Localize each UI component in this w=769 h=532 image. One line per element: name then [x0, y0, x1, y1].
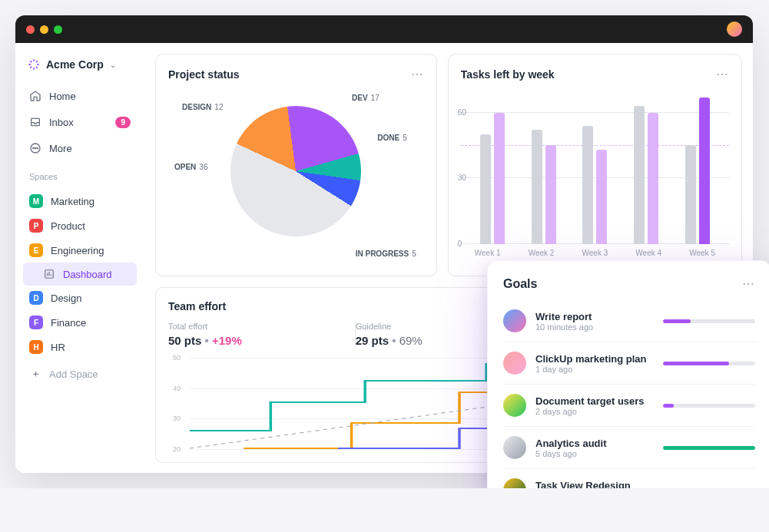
add-space-label: Add Space — [49, 368, 98, 380]
plus-icon: ＋ — [29, 368, 41, 380]
bar — [545, 145, 556, 244]
bar — [699, 97, 710, 244]
avatar[interactable] — [727, 21, 742, 37]
app-window: Acme Corp ⌄ Home Inbox 9 More Spaces MMa… — [15, 15, 753, 473]
goal-name: Document target users — [535, 395, 654, 407]
sidebar-space-design[interactable]: DDesign — [23, 286, 137, 310]
pie-chart: DESIGN12 DEV17 DONE5 IN PROGRESS5 OPEN36 — [168, 91, 424, 259]
svg-point-3 — [37, 147, 38, 148]
space-label: HR — [51, 342, 65, 353]
sidebar: Acme Corp ⌄ Home Inbox 9 More Spaces MMa… — [15, 43, 144, 473]
maximize-dot[interactable] — [54, 25, 62, 34]
space-label: Design — [51, 292, 81, 304]
bar — [596, 150, 607, 244]
bar — [582, 126, 593, 244]
space-icon: E — [29, 243, 43, 257]
nav-more[interactable]: More — [23, 137, 137, 160]
week-label: Week 1 — [461, 249, 515, 257]
space-icon: H — [29, 340, 43, 354]
bar-group — [569, 91, 621, 244]
space-icon: M — [29, 194, 43, 208]
bar-chart: 60 30 0 — [461, 91, 729, 244]
dashboard-label: Dashboard — [63, 269, 112, 280]
avatar — [503, 309, 526, 332]
goal-item[interactable]: ClickUp marketing plan1 day ago — [503, 342, 755, 385]
goal-meta: 1 day ago — [535, 365, 654, 374]
card-menu[interactable]: ⋯ — [411, 67, 424, 81]
goal-meta: 2 days ago — [535, 407, 654, 416]
sidebar-dashboard[interactable]: Dashboard — [23, 263, 137, 286]
card-menu[interactable]: ⋯ — [742, 276, 755, 291]
progress-bar — [663, 404, 755, 408]
goal-item[interactable]: Write report10 minutes ago — [503, 300, 755, 342]
card-title: Tasks left by week — [461, 68, 555, 81]
space-label: Engineering — [51, 245, 104, 256]
minimize-dot[interactable] — [40, 25, 48, 34]
org-name: Acme Corp — [46, 58, 104, 71]
goal-item[interactable]: Task View Redesign14 days ago — [503, 469, 755, 488]
avatar — [503, 352, 526, 375]
space-icon: P — [29, 219, 43, 233]
goals-card: Goals ⋯ Write report10 minutes agoClickU… — [487, 260, 769, 488]
nav-label: Inbox — [49, 117, 74, 128]
goal-meta: 5 days ago — [535, 449, 654, 458]
progress-bar — [663, 446, 755, 450]
nav-home[interactable]: Home — [23, 84, 137, 107]
section-label: Spaces — [23, 163, 137, 186]
nav-inbox[interactable]: Inbox 9 — [23, 111, 137, 134]
week-label: Week 5 — [675, 249, 729, 257]
sidebar-space-finance[interactable]: FFinance — [23, 310, 137, 335]
bar — [634, 106, 645, 244]
progress-bar — [663, 319, 755, 323]
goal-item[interactable]: Analytics audit5 days ago — [503, 427, 755, 469]
week-label: Week 3 — [568, 249, 621, 257]
space-label: Product — [51, 220, 85, 232]
dashboard-icon — [43, 268, 55, 280]
sidebar-space-hr[interactable]: HHR — [23, 335, 137, 359]
sidebar-space-marketing[interactable]: MMarketing — [23, 189, 137, 213]
nav-label: Home — [49, 91, 76, 102]
titlebar — [15, 15, 753, 43]
space-icon: F — [29, 316, 43, 329]
x-axis-labels: Week 1Week 2Week 3Week 4Week 5 — [461, 249, 729, 257]
tasks-left-card: Tasks left by week ⋯ 60 30 0 Week 1Week … — [448, 54, 742, 276]
goal-name: Task View Redesign — [535, 480, 654, 489]
org-switcher[interactable]: Acme Corp ⌄ — [23, 54, 137, 81]
bar-group — [467, 91, 519, 244]
sidebar-space-engineering[interactable]: EEngineering — [23, 238, 137, 263]
inbox-icon — [29, 116, 41, 128]
bar-group — [671, 91, 723, 244]
bar — [480, 134, 491, 244]
more-icon — [29, 142, 41, 154]
progress-bar — [663, 362, 755, 365]
week-label: Week 4 — [621, 249, 675, 257]
close-dot[interactable] — [26, 25, 35, 34]
sidebar-space-product[interactable]: PProduct — [23, 213, 137, 238]
card-title: Project status — [168, 68, 240, 81]
stat: Total effort50 pts • +19% — [168, 322, 356, 347]
card-menu[interactable]: ⋯ — [716, 67, 729, 81]
space-icon: D — [29, 291, 43, 305]
svg-point-1 — [33, 147, 34, 148]
week-label: Week 2 — [515, 249, 568, 257]
bar — [648, 113, 658, 244]
avatar — [503, 394, 526, 417]
bar — [685, 145, 696, 244]
card-title: Goals — [503, 277, 537, 291]
add-space[interactable]: ＋ Add Space — [23, 362, 137, 385]
bar-group — [621, 91, 672, 244]
avatar — [503, 436, 526, 459]
space-label: Marketing — [51, 196, 94, 207]
bar — [494, 113, 505, 244]
goal-name: Analytics audit — [535, 438, 654, 449]
bar-group — [518, 91, 569, 244]
bar — [532, 130, 542, 244]
goal-name: ClickUp marketing plan — [535, 353, 654, 365]
progress-bar — [663, 488, 755, 489]
card-title: Team effort — [168, 300, 226, 312]
project-status-card: Project status ⋯ DESIGN12 DEV17 DONE5 IN… — [155, 54, 437, 276]
stat-label: Total effort — [168, 322, 343, 331]
nav-label: More — [49, 143, 72, 154]
goal-item[interactable]: Document target users2 days ago — [503, 385, 755, 427]
goal-meta: 10 minutes ago — [535, 322, 654, 332]
